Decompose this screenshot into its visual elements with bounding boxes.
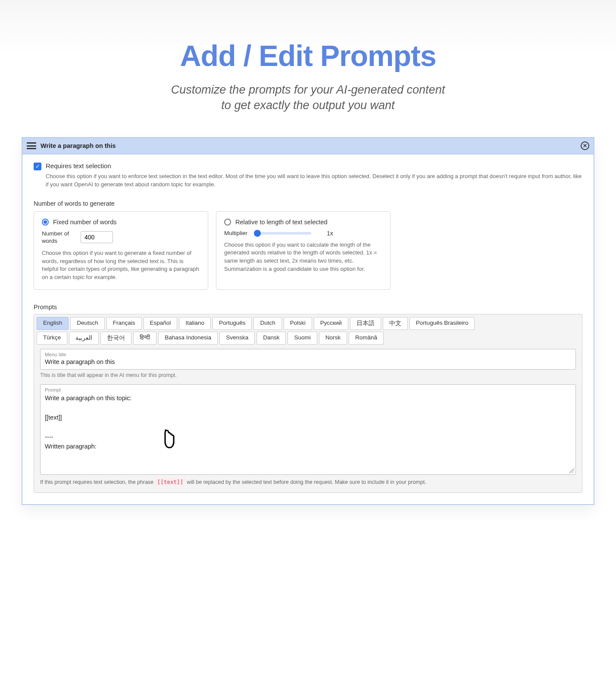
menu-title-field[interactable]: Menu title [40,349,576,370]
requires-selection-label: Requires text selection [46,162,111,169]
menu-title-input[interactable] [45,358,571,365]
close-icon[interactable]: ✕ [581,141,589,150]
prompts-box: EnglishDeutschFrançaisEspañolItalianoPor… [34,314,582,493]
prompts-section-label: Prompts [34,304,582,310]
menu-icon[interactable] [27,142,36,149]
language-tab[interactable]: Türkçe [37,332,67,345]
language-tab[interactable]: English [37,317,69,330]
language-tab[interactable]: Español [144,317,178,330]
prompt-field[interactable]: Prompt Write a paragraph on this topic: … [40,384,576,475]
language-tab[interactable]: 한국어 [100,332,131,345]
language-tab[interactable]: Português Brasileiro [410,317,475,330]
fixed-words-radio-label: Fixed number of words [53,219,116,226]
multiplier-value: 1x [327,230,333,237]
language-tab[interactable]: Français [106,317,142,330]
language-tab[interactable]: हिन्दी [133,332,156,345]
panel-header: Write a paragraph on this ✕ [22,138,594,154]
prompt-label: Prompt [45,387,571,392]
text-token-chip: [[text]] [155,478,185,486]
page-title: Add / Edit Prompts [0,0,616,72]
words-section-label: Number of words to generate [34,200,582,207]
language-tab[interactable]: Suomi [288,332,317,345]
relative-words-help: Choose this option if you want to calcul… [224,241,382,273]
menu-title-help: This is title that will appear in the AI… [40,372,576,378]
fixed-words-radio[interactable] [42,219,49,226]
fixed-words-help: Choose this option if you want to genera… [42,249,200,282]
language-tab[interactable]: 日本語 [350,317,381,330]
relative-words-radio[interactable] [224,219,231,226]
language-tab[interactable]: Svenska [219,332,255,345]
language-tab[interactable]: 中文 [383,317,408,330]
prompt-textarea[interactable]: Write a paragraph on this topic: [[text]… [45,393,571,452]
language-tab[interactable]: Português [213,317,252,330]
prompt-editor-panel: Write a paragraph on this ✕ ✓ Requires t… [22,137,594,505]
page-subtitle: Customize the prompts for your AI-genera… [0,82,616,113]
menu-title-label: Menu title [45,352,571,357]
requires-selection-checkbox[interactable]: ✓ [34,163,41,170]
requires-selection-help: Choose this option if you want to enforc… [46,172,582,189]
language-tab[interactable]: Dutch [253,317,281,330]
language-tabs-row1: EnglishDeutschFrançaisEspañolItalianoPor… [37,317,579,330]
language-tab[interactable]: Polski [284,317,312,330]
panel-title: Write a paragraph on this [41,142,116,149]
language-tabs-row2: Türkçeالعربية한국어हिन्दीBahasa IndonesiaSv… [37,332,579,345]
language-tab[interactable]: Italiano [179,317,211,330]
language-tab[interactable]: Русский [314,317,348,330]
slider-thumb[interactable] [254,230,261,237]
relative-words-radio-label: Relative to length of text selected [235,219,328,226]
language-tab[interactable]: Norsk [319,332,347,345]
multiplier-slider[interactable] [255,232,311,235]
language-tab[interactable]: Deutsch [70,317,105,330]
fixed-words-card: Fixed number of words Number of words Ch… [34,211,208,290]
language-tab[interactable]: Dansk [256,332,286,345]
language-tab[interactable]: Română [349,332,384,345]
num-words-label: Number of words [42,230,75,245]
prompt-help: If this prompt requires text selection, … [40,478,576,486]
relative-words-card: Relative to length of text selected Mult… [216,211,391,290]
language-tab[interactable]: Bahasa Indonesia [158,332,218,345]
multiplier-label: Multiplier [224,230,247,236]
resize-handle-icon[interactable] [569,468,574,473]
language-tab[interactable]: العربية [69,332,99,345]
num-words-input[interactable] [81,231,113,243]
